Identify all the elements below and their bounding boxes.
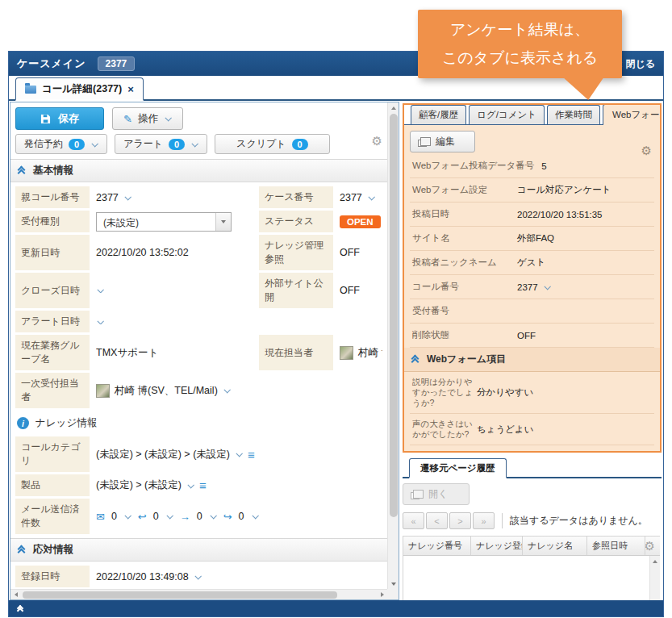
agent-avatar (340, 346, 353, 360)
webform-data-panel: 編集 ⚙ Webフォーム投稿データ番号 5 Webフォーム設定 コール対応アンケ… (403, 124, 662, 453)
knowledge-info-label: ナレッジ情報 (35, 416, 97, 430)
call-detail-pane: 保存 ✎ 操作 発信予約 0 (10, 102, 399, 600)
product-value: (未設定) > (未設定) (96, 478, 182, 492)
scroll-left-icon[interactable] (10, 592, 21, 597)
reg-date-label: 登録日時 (15, 566, 90, 587)
chevron-down-icon[interactable] (124, 512, 131, 519)
window-title: ケースメイン (17, 56, 86, 71)
webform-row: コール番号 2377 (410, 275, 654, 299)
col-knowledge-name[interactable]: ナレッジ名 (523, 537, 587, 555)
reception-type-label: 受付種別 (15, 211, 90, 232)
chevron-down-icon[interactable] (544, 283, 550, 290)
reg-date-value: 2022/10/20 13:49:08 (96, 571, 189, 583)
col-knowledge-reg-no[interactable]: ナレッジ登録番 (471, 537, 523, 555)
chevron-down-icon[interactable] (368, 194, 374, 200)
chevron-down-icon (165, 115, 171, 121)
list-icon[interactable]: ≡ (248, 449, 255, 461)
save-label: 保存 (58, 111, 79, 126)
script-count: 0 (292, 139, 308, 150)
table-vscrollbar[interactable] (649, 556, 660, 600)
group-value: TMXサポート (96, 346, 253, 360)
action-button[interactable]: ✎ 操作 (112, 107, 183, 130)
save-icon (40, 114, 51, 124)
dial-reserve-label: 発信予約 (24, 137, 63, 151)
tab-transition-history[interactable]: 遷移元ページ履歴 (409, 458, 507, 478)
section-basic-info: 基本情報 (10, 159, 399, 182)
scrollbar-thumb[interactable] (390, 114, 398, 517)
chevron-down-icon[interactable] (194, 573, 201, 579)
webform-no-value: 5 (541, 161, 546, 171)
pager-last-button[interactable]: » (473, 512, 495, 529)
pager-next-button[interactable]: > (449, 512, 471, 529)
chevron-down-icon[interactable] (166, 512, 173, 519)
tab-close-icon[interactable]: × (127, 83, 134, 95)
delete-state-label: 削除状態 (412, 329, 517, 341)
tab-call-detail[interactable]: コール詳細(2377) × (15, 77, 144, 101)
page: アンケート結果は、 このタブに表示される ケースメイン 2377 × 閉じる コ… (0, 0, 672, 618)
collapse-icon[interactable] (18, 545, 26, 555)
transition-history-section: 遷移元ページ履歴 開く « < > » 該当するデ (403, 458, 662, 600)
parent-call-value: 2377 (96, 192, 119, 203)
left-pane-hscrollbar[interactable] (10, 589, 387, 599)
edit-button[interactable]: 編集 (410, 131, 475, 152)
chevron-down-icon (92, 140, 98, 147)
chevron-down-icon[interactable] (187, 482, 194, 488)
alert-button[interactable]: アラート 0 (115, 134, 207, 154)
webform-row: Webフォーム設定 コール対応アンケート (410, 178, 654, 203)
webform-row: Webフォーム投稿データ番号 5 (410, 154, 654, 178)
scroll-up-icon[interactable] (650, 556, 660, 566)
field-row: クローズ日時 外部サイト公開 OFF (15, 273, 382, 308)
section-basic-label: 基本情報 (33, 164, 73, 177)
tab-customer-history[interactable]: 顧客/履歴 (411, 105, 466, 124)
reception-type-select[interactable]: (未設定) (96, 212, 232, 232)
field-row: 親コール番号 2377 ケース番号 2377 (15, 186, 382, 208)
open-button[interactable]: 開く (403, 483, 470, 505)
pager-prev-button[interactable]: < (426, 512, 448, 529)
col-knowledge-no[interactable]: ナレッジ番号 (403, 537, 471, 555)
knowledge-table-header: ナレッジ番号 ナレッジ登録番 ナレッジ名 参照日時 ⚙ (403, 537, 660, 556)
script-button[interactable]: スクリプト 0 (215, 134, 330, 154)
chevron-down-icon[interactable] (97, 288, 103, 293)
webform-setting-label: Webフォーム設定 (412, 184, 517, 196)
chevron-down-icon[interactable] (210, 512, 216, 519)
save-button[interactable]: 保存 (15, 107, 104, 130)
open-label: 開く (428, 487, 448, 501)
updated-value: 2022/10/20 13:52:02 (96, 247, 253, 258)
pager-first-button[interactable]: « (403, 512, 424, 529)
chevron-down-icon[interactable] (97, 319, 103, 324)
answer2-value: ちょうどよい (477, 424, 534, 436)
chevron-down-icon[interactable] (236, 450, 242, 457)
tab-log-comment[interactable]: ログ/コメント (469, 105, 545, 124)
left-pane-vscrollbar[interactable] (387, 102, 399, 589)
chevron-down-icon[interactable] (252, 512, 258, 519)
gear-icon[interactable]: ⚙ (645, 540, 655, 552)
collapse-icon[interactable] (18, 165, 26, 176)
mail-share-count: 0 (239, 511, 244, 522)
gear-icon[interactable]: ⚙ (641, 144, 652, 157)
scroll-right-icon[interactable] (377, 592, 387, 597)
tab-webform-data[interactable]: Webフォーム投稿データ (603, 104, 662, 125)
site-name-value: 外部FAQ (517, 232, 554, 244)
pencil-icon: ✎ (123, 113, 132, 125)
delete-state-value: OFF (517, 331, 536, 340)
scroll-up-icon[interactable] (388, 102, 399, 113)
chevron-down-icon[interactable] (223, 386, 230, 393)
history-tab-strip: 遷移元ページ履歴 (403, 458, 662, 478)
scroll-down-icon[interactable] (388, 578, 399, 589)
tab-work-time[interactable]: 作業時間 (547, 105, 600, 124)
col-ref-date[interactable]: 参照日時 (587, 537, 645, 555)
list-icon[interactable]: ≡ (199, 479, 207, 491)
scrollbar-thumb[interactable] (23, 591, 337, 599)
post-date-value: 2022/10/20 13:51:35 (517, 210, 603, 219)
section-webform-items: Webフォーム項目 (403, 348, 662, 372)
dial-reserve-button[interactable]: 発信予約 0 (15, 134, 107, 154)
collapse-up-icon[interactable] (17, 604, 25, 613)
chevron-down-icon[interactable] (124, 194, 131, 200)
collapse-icon[interactable] (411, 354, 419, 365)
knowledge-ref-label: ナレッジ管理参照 (259, 235, 333, 270)
webform-tab-group: 顧客/履歴 ログ/コメント 作業時間 Webフォーム投稿データ 編集 ⚙ Web… (403, 103, 662, 453)
gear-icon[interactable]: ⚙ (372, 135, 382, 147)
field-row: 登録日時 2022/10/20 13:49:08 (15, 566, 382, 587)
first-agent-value: 村崎 博(SV、TEL/Mail) (115, 384, 218, 398)
current-agent-label: 現在担当者 (259, 335, 333, 370)
